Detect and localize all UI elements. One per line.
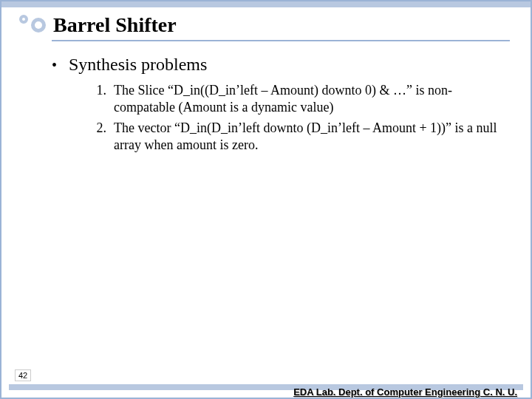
content: • Synthesis problems 1. The Slice “D_in(…	[52, 55, 501, 157]
heading-text: Synthesis problems	[69, 55, 207, 75]
slide: Barrel Shifter • Synthesis problems 1. T…	[0, 0, 532, 399]
list-number: 2.	[93, 120, 106, 154]
page-number: 42	[15, 369, 31, 381]
list-text: The Slice “D_in((D_in’left – Amount) dow…	[114, 82, 501, 117]
top-bar	[1, 1, 531, 7]
heading-row: • Synthesis problems	[52, 55, 501, 75]
footer-text: EDA Lab. Dept. of Computer Engineering C…	[293, 386, 517, 398]
title-row: Barrel Shifter	[19, 13, 513, 37]
title-underline	[52, 40, 510, 41]
slide-title: Barrel Shifter	[53, 13, 177, 37]
circles-icon	[19, 15, 46, 35]
heading-bullet: •	[52, 57, 57, 74]
list-item: 2. The vector “D_in(D_in’left downto (D_…	[93, 120, 501, 154]
list-item: 1. The Slice “D_in((D_in’left – Amount) …	[93, 82, 501, 117]
list-number: 1.	[93, 82, 106, 117]
list-text: The vector “D_in(D_in’left downto (D_in’…	[114, 120, 501, 154]
list: 1. The Slice “D_in((D_in’left – Amount) …	[93, 82, 501, 154]
